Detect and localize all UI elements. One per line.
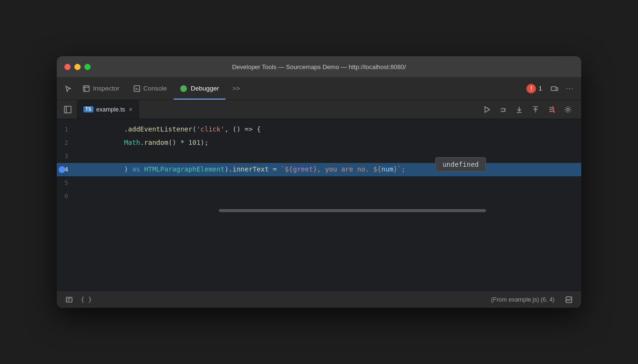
step-out-button[interactable] <box>528 102 543 117</box>
tab-console[interactable]: Console <box>126 77 174 100</box>
step-over-button[interactable] <box>495 102 511 117</box>
traffic-lights <box>64 64 91 70</box>
code-editor: 1 .addEventListener('click', () => { 2 M… <box>57 119 581 291</box>
tab-inspector[interactable]: Inspector <box>76 77 126 100</box>
line-number-4: 4 <box>57 164 76 175</box>
horizontal-scrollbar[interactable] <box>57 209 581 212</box>
maximize-button[interactable] <box>84 64 91 70</box>
value-tooltip: undefined <box>435 157 486 172</box>
scrollbar-thumb[interactable] <box>219 209 486 212</box>
code-line-4: 4 ) as HTMLParagraphElement).innerText =… <box>57 163 581 176</box>
ts-badge: TS <box>83 106 93 112</box>
debug-controls <box>475 100 579 119</box>
cursor-position: (From example.js) (6, 4) <box>491 296 555 303</box>
resume-button[interactable] <box>479 102 494 117</box>
file-tab-bar: TS example.ts × <box>57 100 581 119</box>
options-button[interactable]: ··· <box>562 77 577 100</box>
toolbar: Inspector Console Debugger >> ! 1 <box>57 77 581 100</box>
pretty-print-button[interactable]: { } <box>80 293 93 306</box>
code-line-6: 6 <box>57 190 581 203</box>
error-count: 1 <box>538 85 542 92</box>
tooltip-value: undefined <box>442 161 479 168</box>
sidebar-toggle-button[interactable] <box>59 100 77 119</box>
breakpoints-button[interactable] <box>62 293 76 306</box>
step-in-button[interactable] <box>512 102 527 117</box>
debugger-panel: TS example.ts × <box>57 100 581 308</box>
code-lines: 1 .addEventListener('click', () => { 2 M… <box>57 119 581 207</box>
svg-rect-7 <box>64 106 71 113</box>
file-tab-example-ts[interactable]: TS example.ts × <box>77 100 139 119</box>
file-tab-name: example.ts <box>96 106 125 113</box>
inspector-tab-label: Inspector <box>93 85 120 92</box>
error-badge[interactable]: ! 1 <box>522 77 546 100</box>
tab-debugger[interactable]: Debugger <box>174 77 226 100</box>
debugger-icon <box>180 85 187 92</box>
line-number-6: 6 <box>57 191 76 202</box>
debugger-settings-button[interactable] <box>560 102 576 117</box>
line-number-1: 1 <box>57 124 76 135</box>
devtools-window: Developer Tools — Sourcemaps Demo — http… <box>57 56 581 308</box>
svg-rect-6 <box>556 88 558 91</box>
title-bar: Developer Tools — Sourcemaps Demo — http… <box>57 56 581 77</box>
svg-rect-5 <box>551 87 556 91</box>
line-content-4: ) as HTMLParagraphElement).innerText = `… <box>76 152 405 186</box>
pick-element-button[interactable] <box>61 77 76 100</box>
window-title: Developer Tools — Sourcemaps Demo — http… <box>232 63 406 71</box>
svg-rect-20 <box>66 297 72 302</box>
console-tab-label: Console <box>144 85 167 92</box>
svg-point-19 <box>567 108 569 111</box>
code-line-2: 2 Math.random() * 101); <box>57 136 581 150</box>
svg-rect-0 <box>83 86 89 91</box>
line-number-5: 5 <box>57 178 76 188</box>
close-button[interactable] <box>64 64 71 70</box>
svg-marker-9 <box>485 107 490 112</box>
error-icon: ! <box>526 84 536 93</box>
status-bar: { } (From example.js) (6, 4) <box>57 291 581 308</box>
more-tabs-button[interactable]: >> <box>226 77 247 100</box>
debugger-tab-label: Debugger <box>191 85 219 92</box>
disable-breakpoints-button[interactable] <box>544 102 559 117</box>
line-number-2: 2 <box>57 138 76 148</box>
minimize-button[interactable] <box>74 64 81 70</box>
file-tab-close[interactable]: × <box>129 106 133 113</box>
line-number-3: 3 <box>57 151 76 162</box>
responsive-design-button[interactable] <box>547 77 562 100</box>
sourcemap-button[interactable] <box>562 293 576 306</box>
